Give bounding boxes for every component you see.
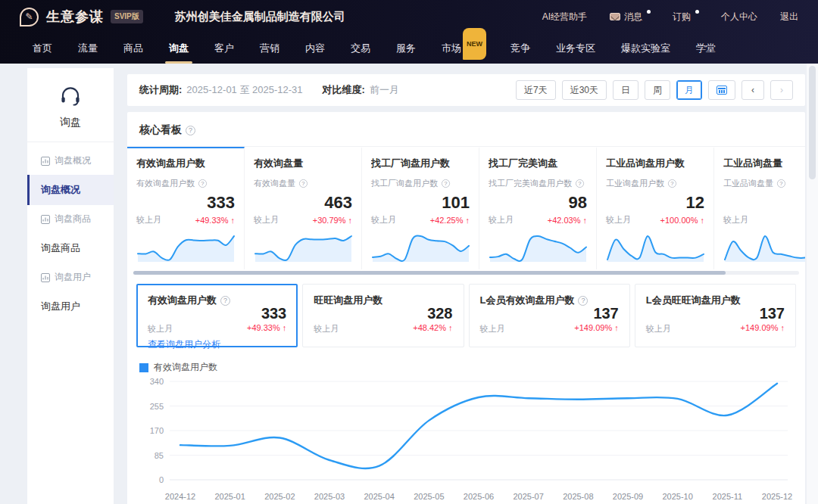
trend-chart-section: 有效询盘用户数 0851702553402024-122025-012025-0… [127, 347, 805, 504]
main-nav: 首页 流量 商品 询盘 客户 营销 内容 交易 服务 市场NEW 竞争 业务专区… [0, 33, 818, 64]
sparkline-chart [606, 230, 705, 263]
divider [27, 142, 114, 142]
sidebar-group-inquiry-overview[interactable]: 询盘概况 [27, 147, 114, 175]
nav-content[interactable]: 内容 [292, 33, 338, 64]
prev-period-button[interactable]: ‹ [742, 80, 764, 100]
sidebar-item-inquiry-users[interactable]: 询盘用户 [27, 291, 114, 322]
next-period-button[interactable]: › [770, 80, 793, 100]
chevron-left-icon: ‹ [751, 85, 754, 95]
range-month-button[interactable]: 月 [676, 80, 702, 100]
calendar-icon [717, 86, 727, 95]
up-arrow-icon: ↑ [614, 323, 619, 332]
sparkline-chart [254, 230, 353, 263]
nav-competition[interactable]: 竞争 [498, 33, 543, 64]
svg-text:2024-12: 2024-12 [165, 492, 195, 501]
sidebar-item-inquiry-overview[interactable]: 询盘概况 [27, 175, 114, 205]
kpi-card-row: 有效询盘用户数 有效询盘用户数? 333 较上月+49.33% ↑ 有效询盘量 … [127, 146, 805, 269]
kpi-row-scrollbar[interactable] [133, 271, 799, 275]
nav-home[interactable]: 首页 [20, 33, 65, 64]
headset-icon [59, 86, 82, 106]
nav-customers[interactable]: 客户 [201, 33, 247, 64]
nav-service[interactable]: 服务 [383, 33, 429, 64]
help-icon: ? [299, 179, 308, 188]
new-badge: NEW [463, 28, 486, 60]
range-30d-button[interactable]: 近30天 [562, 80, 607, 100]
kpi-card-valid-inquiry-users[interactable]: 有效询盘用户数 有效询盘用户数? 333 较上月+49.33% ↑ [127, 147, 245, 269]
legend-label: 有效询盘用户数 [154, 361, 217, 374]
sidebar-group-inquiry-products[interactable]: 询盘商品 [27, 205, 114, 233]
up-arrow-icon: ↑ [466, 216, 470, 225]
legend-swatch [139, 363, 148, 372]
nav-products[interactable]: 商品 [111, 33, 156, 64]
inquiry-user-analysis-link[interactable]: 查看询盘用户分析 [148, 338, 286, 351]
help-icon: ? [220, 296, 230, 306]
help-icon: ? [198, 179, 207, 188]
nav-marketing[interactable]: 营销 [247, 33, 292, 64]
svg-text:2025-09: 2025-09 [613, 492, 643, 501]
svg-text:2025-07: 2025-07 [513, 492, 543, 501]
up-arrow-icon: ↑ [283, 323, 287, 332]
orders-link[interactable]: 订购 [673, 11, 698, 23]
help-icon[interactable]: ? [186, 126, 195, 135]
kpi-card-factory-perfect-inquiry[interactable]: 找工厂完美询盘 找工厂完美询盘用户数? 98 较上月+42.03% ↑ [479, 147, 597, 269]
company-name: 苏州创美佳金属制品制造有限公司 [175, 10, 345, 24]
sparkline-chart [723, 230, 805, 263]
core-dashboard-panel: 核心看板 ? 有效询盘用户数 有效询盘用户数? 333 较上月+49.33% ↑… [127, 112, 805, 504]
help-icon: ? [668, 179, 676, 188]
scrollbar-thumb[interactable] [133, 271, 726, 275]
logout-link[interactable]: 退出 [780, 11, 798, 23]
sidebar-title: 询盘 [27, 116, 114, 129]
up-arrow-icon: ↑ [701, 216, 705, 225]
notification-dot [647, 10, 651, 14]
svg-text:85: 85 [155, 451, 164, 460]
account-link[interactable]: 个人中心 [721, 11, 757, 23]
help-icon: ? [578, 296, 588, 306]
calendar-button[interactable] [708, 80, 735, 100]
notification-dot [695, 10, 699, 14]
kpi-card-industrial-inquiry-users[interactable]: 工业品询盘用户数 工业询盘用户数? 12 较上月+100.00% ↑ [597, 147, 714, 269]
nav-trade[interactable]: 交易 [338, 33, 383, 64]
svg-text:2025-01: 2025-01 [214, 492, 245, 501]
top-header: ✎ 生意参谋 SVIP版 苏州创美佳金属制品制造有限公司 AI经营助手 消息 订… [0, 0, 818, 64]
messages-link[interactable]: 消息 [610, 11, 650, 23]
detail-card-lmember-valid-inquiry-users[interactable]: L会员有效询盘用户数? 137 较上月+149.09% ↑ [469, 284, 630, 347]
detail-card-lmember-wangwang-inquiry-users[interactable]: L会员旺旺询盘用户数 137 较上月+149.09% ↑ [635, 284, 796, 347]
detail-card-row: 有效询盘用户数? 333 较上月+49.33% ↑ 查看询盘用户分析 旺旺询盘用… [127, 282, 805, 347]
chevron-right-icon: › [780, 85, 783, 95]
kpi-card-industrial-inquiries[interactable]: 工业品询盘量 工业品询盘量? 较上月 [714, 147, 805, 269]
chart-icon [41, 273, 50, 282]
help-icon: ? [442, 179, 450, 188]
brand-logo-icon: ✎ [20, 8, 39, 26]
svg-text:2025-08: 2025-08 [563, 492, 593, 501]
nav-business-zone[interactable]: 业务专区 [543, 33, 608, 64]
kpi-card-factory-inquiry-users[interactable]: 找工厂询盘用户数 找工厂询盘用户数? 101 较上月+42.25% ↑ [362, 147, 479, 269]
board-title: 核心看板 [139, 123, 182, 137]
range-day-button[interactable]: 日 [613, 80, 638, 100]
chart-icon [41, 215, 50, 224]
nav-market[interactable]: 市场NEW [429, 33, 498, 64]
sidebar-item-inquiry-products[interactable]: 询盘商品 [27, 233, 114, 263]
svg-text:2025-06: 2025-06 [464, 492, 494, 501]
svip-badge: SVIP版 [111, 10, 143, 23]
svg-text:2025-04: 2025-04 [364, 492, 394, 501]
detail-card-wangwang-inquiry-users[interactable]: 旺旺询盘用户数 328 较上月+48.42% ↑ [302, 284, 464, 347]
nav-hot-lab[interactable]: 爆款实验室 [608, 33, 683, 64]
up-arrow-icon: ↑ [583, 216, 588, 225]
nav-academy[interactable]: 学堂 [683, 33, 729, 64]
svg-text:2025-05: 2025-05 [414, 492, 444, 501]
svg-text:255: 255 [150, 402, 164, 411]
trend-line-chart: 0851702553402024-122025-012025-022025-03… [136, 374, 796, 504]
nav-traffic[interactable]: 流量 [65, 33, 111, 64]
help-icon: ? [777, 179, 785, 188]
kpi-card-valid-inquiries[interactable]: 有效询盘量 有效询盘量? 463 较上月+30.79% ↑ [245, 147, 362, 269]
page-scrollbar[interactable] [807, 64, 818, 504]
period-label: 统计周期: [139, 83, 182, 97]
nav-inquiry[interactable]: 询盘 [156, 33, 201, 64]
compare-value: 前一月 [370, 83, 399, 97]
range-7d-button[interactable]: 近7天 [516, 80, 556, 100]
sidebar-group-inquiry-users[interactable]: 询盘用户 [27, 263, 114, 291]
detail-card-valid-inquiry-users[interactable]: 有效询盘用户数? 333 较上月+49.33% ↑ 查看询盘用户分析 [136, 284, 298, 347]
ai-assistant-link[interactable]: AI经营助手 [542, 11, 587, 23]
svg-text:170: 170 [150, 426, 164, 435]
range-week-button[interactable]: 周 [645, 80, 670, 100]
